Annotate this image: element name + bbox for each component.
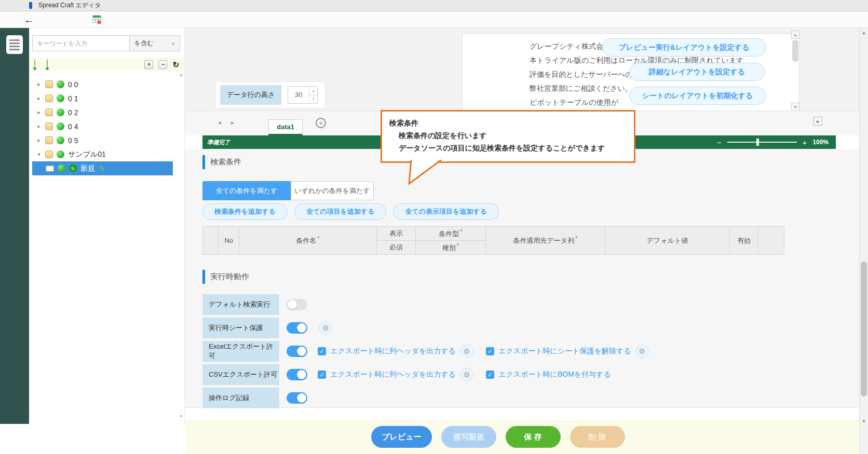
match-all-button[interactable]: 全ての条件を満たす <box>202 181 291 200</box>
settings-form: 検索条件 全ての条件を満たす いずれかの条件を満たす 検索条件を追加する 全ての… <box>185 149 859 408</box>
sheet-protect-toggle[interactable] <box>287 322 307 334</box>
menu-button[interactable] <box>6 35 23 54</box>
tree-item[interactable]: ▸ 0 2 <box>29 105 184 119</box>
zoom-slider-thumb[interactable] <box>756 139 759 146</box>
expand-arrow-icon[interactable]: ▸ <box>36 95 42 102</box>
tree-item-selected[interactable]: ↻ 新規 ✎ <box>32 161 173 175</box>
gear-icon[interactable]: ⚙ <box>460 345 473 358</box>
csv-export-option: ✓ エクスポート時にBOMを付与する <box>486 370 611 379</box>
tree-item-label: 0 2 <box>68 108 78 117</box>
tab-scroll-left-icon[interactable]: ◂ <box>218 119 221 126</box>
sidebar-scroll-down-icon[interactable]: ▼ <box>179 414 183 419</box>
operation-log-toggle[interactable] <box>287 392 307 404</box>
folder-icon <box>45 94 53 102</box>
tree-item[interactable]: ▸ 0 4 <box>29 119 184 133</box>
delete-button[interactable]: 削 除 <box>570 426 625 448</box>
tree-item[interactable]: ▸ 0 5 <box>29 133 184 147</box>
tree-item[interactable]: ▸ 0 1 <box>29 91 184 105</box>
checkbox-checked-icon[interactable]: ✓ <box>486 347 494 355</box>
scroll-down-icon[interactable]: ▼ <box>791 103 799 111</box>
back-button[interactable]: ← <box>24 15 34 25</box>
csv-export-toggle[interactable] <box>287 369 307 380</box>
add-search-condition-button[interactable]: 検索条件を追加する <box>202 203 288 220</box>
app-window: Spread Craft エディタ ← <box>0 0 868 454</box>
spreadsheet-icon[interactable] <box>92 15 102 24</box>
add-folder-icon[interactable] <box>34 60 35 69</box>
add-sheet-icon[interactable] <box>47 60 48 69</box>
required-marker: * <box>460 228 462 235</box>
tree-item-expanded[interactable]: ▾ サンプル01 <box>29 147 184 161</box>
table-header-end <box>758 227 784 255</box>
stepper-down-icon[interactable]: ▾ <box>309 95 317 104</box>
detail-layout-button[interactable]: 詳細なレイアウトを設定する <box>629 63 765 81</box>
search-condition-tooltip: 検索条件 検索条件の設定を行います データソースの項目に知足検索条件を設定するこ… <box>381 110 635 163</box>
preview-button[interactable]: プレビュー <box>371 426 431 448</box>
option-label[interactable]: エクスポート時にBOMを付与する <box>498 370 611 379</box>
save-button[interactable]: 保 存 <box>506 426 561 448</box>
default-search-toggle[interactable] <box>287 299 307 310</box>
setting-label: Excelエクスポート許可 <box>202 341 279 362</box>
section-title: 検索条件 <box>210 157 241 167</box>
option-label[interactable]: エクスポート時に列ヘッダを出力する <box>330 370 456 379</box>
page-scrollbar[interactable]: ▲ ▼ <box>859 28 868 454</box>
zoom-out-icon[interactable]: − <box>717 139 722 146</box>
scroll-thumb[interactable] <box>792 40 798 62</box>
table-header-show: 表示 <box>377 227 416 241</box>
gear-icon[interactable]: ⚙ <box>635 345 649 358</box>
checkbox-checked-icon[interactable]: ✓ <box>486 370 494 379</box>
checkbox-checked-icon[interactable]: ✓ <box>318 370 326 379</box>
row-height-value[interactable]: 30 <box>288 87 309 103</box>
edit-pencil-icon[interactable]: ✎ <box>99 164 105 172</box>
search-input[interactable] <box>32 35 129 51</box>
active-state-icon: ↻ <box>69 164 77 172</box>
add-condition-buttons: 検索条件を追加する 全ての項目を追加する 全ての表示項目を追加する <box>202 203 499 220</box>
checkbox-checked-icon[interactable]: ✓ <box>318 347 326 355</box>
status-dot-icon <box>58 164 65 172</box>
app-logo-bar <box>29 2 32 9</box>
collapse-all-button[interactable]: − <box>158 60 167 69</box>
option-label[interactable]: エクスポート時に列ヘッダを出力する <box>330 347 456 356</box>
setting-label: デフォルト検索実行 <box>202 294 279 315</box>
add-all-fields-button[interactable]: 全ての項目を追加する <box>294 203 387 220</box>
reset-layout-button[interactable]: シートのレイアウトを初期化する <box>629 87 766 105</box>
expand-arrow-icon[interactable]: ▸ <box>36 137 42 144</box>
tab-bar-right-button[interactable]: ▸ <box>813 117 822 126</box>
row-height-stepper[interactable]: 30 ▴ ▾ <box>288 86 318 104</box>
zoom-slider[interactable] <box>727 142 797 143</box>
option-label[interactable]: エクスポート時にシート保護を解除する <box>498 347 631 356</box>
sidebar: を含む ∨ + − ↻ <box>29 28 185 424</box>
tab-scroll-right-icon[interactable]: ▸ <box>231 119 234 126</box>
scroll-down-icon[interactable]: ▼ <box>860 419 868 424</box>
filter-select[interactable]: を含む ∨ <box>129 35 180 51</box>
tab-data1[interactable]: data1 <box>268 119 303 135</box>
preview-layout-button[interactable]: プレビュー実行&レイアウトを設定する <box>602 38 766 57</box>
stepper-up-icon[interactable]: ▴ <box>309 87 317 95</box>
scroll-up-icon[interactable]: ▲ <box>860 30 868 35</box>
folder-icon <box>45 108 53 116</box>
sidebar-search-row: を含む ∨ <box>32 35 180 51</box>
excel-export-toggle[interactable] <box>287 346 307 357</box>
folder-icon <box>45 80 53 88</box>
zoom-in-icon[interactable]: + <box>803 139 807 146</box>
copy-new-button[interactable]: 複写新規 <box>441 426 496 448</box>
preview-scrollbar[interactable]: ▲ ▼ <box>791 31 799 111</box>
expand-arrow-icon[interactable]: ▸ <box>36 123 42 130</box>
scroll-thumb[interactable] <box>861 262 867 396</box>
refresh-icon[interactable]: ↻ <box>172 61 179 68</box>
tree-item[interactable]: ▸ 0 0 <box>29 77 184 91</box>
add-all-display-fields-button[interactable]: 全ての表示項目を追加する <box>393 203 499 220</box>
scroll-up-icon[interactable]: ▲ <box>791 31 799 39</box>
table-header-required: 必須 <box>377 241 416 255</box>
expand-arrow-icon[interactable]: ▸ <box>36 81 42 88</box>
expand-arrow-icon[interactable]: ▸ <box>36 109 42 116</box>
expand-all-button[interactable]: + <box>144 60 153 69</box>
match-any-button[interactable]: いずれかの条件を満たす <box>291 181 374 200</box>
collapse-arrow-icon[interactable]: ▾ <box>36 151 42 158</box>
add-sheet-tab-icon[interactable]: + <box>316 118 326 128</box>
gear-icon[interactable]: ⚙ <box>319 321 332 335</box>
status-dot-icon <box>57 108 64 116</box>
operation-log-row: 操作ログ記録 <box>202 388 307 408</box>
sidebar-scroll-up-icon[interactable]: ▲ <box>179 73 183 77</box>
status-dot-icon <box>57 136 64 144</box>
gear-icon[interactable]: ⚙ <box>460 368 473 381</box>
